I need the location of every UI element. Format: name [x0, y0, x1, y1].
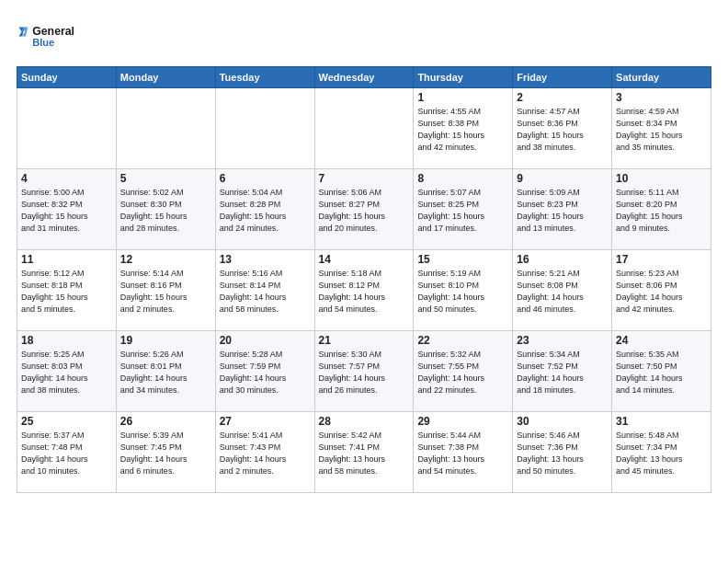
- day-info: Sunrise: 5:23 AMSunset: 8:06 PMDaylight:…: [616, 268, 707, 316]
- day-info: Sunrise: 5:26 AMSunset: 8:01 PMDaylight:…: [120, 349, 211, 396]
- day-cell: 24Sunrise: 5:35 AMSunset: 7:50 PMDayligh…: [612, 331, 711, 412]
- logo: General Blue: [17, 17, 90, 57]
- day-info: Sunrise: 5:07 AMSunset: 8:25 PMDaylight:…: [417, 187, 508, 235]
- page: General Blue SundayMondayTuesdayWednesda…: [0, 0, 728, 563]
- day-info: Sunrise: 5:18 AMSunset: 8:12 PMDaylight:…: [319, 268, 410, 316]
- day-cell: 21Sunrise: 5:30 AMSunset: 7:57 PMDayligh…: [314, 331, 414, 412]
- svg-text:Blue: Blue: [32, 37, 54, 48]
- day-number: 10: [616, 172, 707, 185]
- col-header-thursday: Thursday: [414, 67, 513, 88]
- day-info: Sunrise: 5:30 AMSunset: 7:57 PMDaylight:…: [319, 349, 410, 396]
- day-number: 24: [616, 334, 707, 347]
- day-cell: [314, 88, 414, 169]
- day-number: 22: [417, 334, 508, 347]
- day-number: 20: [220, 334, 311, 347]
- day-number: 25: [21, 415, 112, 428]
- day-number: 8: [417, 172, 508, 185]
- header: General Blue: [17, 17, 711, 57]
- week-row-4: 18Sunrise: 5:25 AMSunset: 8:03 PMDayligh…: [17, 331, 711, 412]
- day-info: Sunrise: 5:39 AMSunset: 7:45 PMDaylight:…: [120, 430, 211, 477]
- col-header-saturday: Saturday: [612, 67, 711, 88]
- day-info: Sunrise: 5:25 AMSunset: 8:03 PMDaylight:…: [21, 349, 112, 396]
- day-cell: 23Sunrise: 5:34 AMSunset: 7:52 PMDayligh…: [513, 331, 612, 412]
- day-cell: 12Sunrise: 5:14 AMSunset: 8:16 PMDayligh…: [116, 250, 215, 331]
- day-number: 26: [120, 415, 211, 428]
- day-info: Sunrise: 5:42 AMSunset: 7:41 PMDaylight:…: [319, 430, 410, 477]
- day-cell: 3Sunrise: 4:59 AMSunset: 8:34 PMDaylight…: [612, 88, 711, 169]
- day-cell: 4Sunrise: 5:00 AMSunset: 8:32 PMDaylight…: [17, 169, 117, 250]
- day-cell: 26Sunrise: 5:39 AMSunset: 7:45 PMDayligh…: [116, 412, 215, 493]
- day-cell: 30Sunrise: 5:46 AMSunset: 7:36 PMDayligh…: [513, 412, 612, 493]
- day-cell: 9Sunrise: 5:09 AMSunset: 8:23 PMDaylight…: [513, 169, 612, 250]
- day-info: Sunrise: 4:57 AMSunset: 8:36 PMDaylight:…: [517, 106, 608, 154]
- day-cell: 2Sunrise: 4:57 AMSunset: 8:36 PMDaylight…: [513, 88, 612, 169]
- day-number: 12: [120, 253, 211, 266]
- day-cell: 15Sunrise: 5:19 AMSunset: 8:10 PMDayligh…: [414, 250, 513, 331]
- day-info: Sunrise: 5:37 AMSunset: 7:48 PMDaylight:…: [21, 430, 112, 477]
- day-number: 14: [319, 253, 410, 266]
- day-info: Sunrise: 5:12 AMSunset: 8:18 PMDaylight:…: [21, 268, 112, 316]
- day-cell: 25Sunrise: 5:37 AMSunset: 7:48 PMDayligh…: [17, 412, 117, 493]
- day-cell: 6Sunrise: 5:04 AMSunset: 8:28 PMDaylight…: [215, 169, 314, 250]
- day-number: 19: [120, 334, 211, 347]
- day-cell: 13Sunrise: 5:16 AMSunset: 8:14 PMDayligh…: [215, 250, 314, 331]
- day-number: 21: [319, 334, 410, 347]
- day-cell: 8Sunrise: 5:07 AMSunset: 8:25 PMDaylight…: [414, 169, 513, 250]
- day-info: Sunrise: 5:21 AMSunset: 8:08 PMDaylight:…: [517, 268, 608, 316]
- day-number: 3: [616, 91, 707, 104]
- day-cell: [116, 88, 215, 169]
- week-row-1: 1Sunrise: 4:55 AMSunset: 8:38 PMDaylight…: [17, 88, 711, 169]
- day-number: 30: [517, 415, 608, 428]
- day-info: Sunrise: 5:46 AMSunset: 7:36 PMDaylight:…: [517, 430, 608, 477]
- day-number: 1: [417, 91, 508, 104]
- day-info: Sunrise: 5:41 AMSunset: 7:43 PMDaylight:…: [220, 430, 311, 477]
- day-cell: 11Sunrise: 5:12 AMSunset: 8:18 PMDayligh…: [17, 250, 117, 331]
- day-info: Sunrise: 5:48 AMSunset: 7:34 PMDaylight:…: [616, 430, 707, 477]
- day-cell: 14Sunrise: 5:18 AMSunset: 8:12 PMDayligh…: [314, 250, 414, 331]
- day-cell: 16Sunrise: 5:21 AMSunset: 8:08 PMDayligh…: [513, 250, 612, 331]
- day-cell: 10Sunrise: 5:11 AMSunset: 8:20 PMDayligh…: [612, 169, 711, 250]
- day-info: Sunrise: 5:44 AMSunset: 7:38 PMDaylight:…: [417, 430, 508, 477]
- day-number: 13: [220, 253, 311, 266]
- day-number: 9: [517, 172, 608, 185]
- day-info: Sunrise: 5:02 AMSunset: 8:30 PMDaylight:…: [120, 187, 211, 235]
- day-cell: 29Sunrise: 5:44 AMSunset: 7:38 PMDayligh…: [414, 412, 513, 493]
- day-number: 16: [517, 253, 608, 266]
- day-info: Sunrise: 4:55 AMSunset: 8:38 PMDaylight:…: [417, 106, 508, 154]
- day-number: 15: [417, 253, 508, 266]
- day-cell: 22Sunrise: 5:32 AMSunset: 7:55 PMDayligh…: [414, 331, 513, 412]
- day-number: 2: [517, 91, 608, 104]
- day-number: 6: [220, 172, 311, 185]
- day-info: Sunrise: 5:19 AMSunset: 8:10 PMDaylight:…: [417, 268, 508, 316]
- day-number: 29: [417, 415, 508, 428]
- day-cell: 1Sunrise: 4:55 AMSunset: 8:38 PMDaylight…: [414, 88, 513, 169]
- day-info: Sunrise: 5:06 AMSunset: 8:27 PMDaylight:…: [319, 187, 410, 235]
- day-cell: [215, 88, 314, 169]
- day-info: Sunrise: 4:59 AMSunset: 8:34 PMDaylight:…: [616, 106, 707, 154]
- day-info: Sunrise: 5:35 AMSunset: 7:50 PMDaylight:…: [616, 349, 707, 396]
- week-row-3: 11Sunrise: 5:12 AMSunset: 8:18 PMDayligh…: [17, 250, 711, 331]
- day-cell: 7Sunrise: 5:06 AMSunset: 8:27 PMDaylight…: [314, 169, 414, 250]
- day-info: Sunrise: 5:00 AMSunset: 8:32 PMDaylight:…: [21, 187, 112, 235]
- day-info: Sunrise: 5:16 AMSunset: 8:14 PMDaylight:…: [220, 268, 311, 316]
- day-info: Sunrise: 5:32 AMSunset: 7:55 PMDaylight:…: [417, 349, 508, 396]
- calendar-header-row: SundayMondayTuesdayWednesdayThursdayFrid…: [17, 67, 711, 88]
- day-cell: 20Sunrise: 5:28 AMSunset: 7:59 PMDayligh…: [215, 331, 314, 412]
- day-number: 11: [21, 253, 112, 266]
- day-number: 31: [616, 415, 707, 428]
- day-info: Sunrise: 5:11 AMSunset: 8:20 PMDaylight:…: [616, 187, 707, 235]
- col-header-tuesday: Tuesday: [215, 67, 314, 88]
- day-cell: 31Sunrise: 5:48 AMSunset: 7:34 PMDayligh…: [612, 412, 711, 493]
- day-cell: 18Sunrise: 5:25 AMSunset: 8:03 PMDayligh…: [17, 331, 117, 412]
- day-info: Sunrise: 5:34 AMSunset: 7:52 PMDaylight:…: [517, 349, 608, 396]
- day-info: Sunrise: 5:04 AMSunset: 8:28 PMDaylight:…: [220, 187, 311, 235]
- calendar-table: SundayMondayTuesdayWednesdayThursdayFrid…: [17, 66, 711, 493]
- day-info: Sunrise: 5:09 AMSunset: 8:23 PMDaylight:…: [517, 187, 608, 235]
- col-header-friday: Friday: [513, 67, 612, 88]
- day-number: 17: [616, 253, 707, 266]
- day-cell: 28Sunrise: 5:42 AMSunset: 7:41 PMDayligh…: [314, 412, 414, 493]
- col-header-sunday: Sunday: [17, 67, 117, 88]
- day-cell: 17Sunrise: 5:23 AMSunset: 8:06 PMDayligh…: [612, 250, 711, 331]
- day-cell: 19Sunrise: 5:26 AMSunset: 8:01 PMDayligh…: [116, 331, 215, 412]
- week-row-5: 25Sunrise: 5:37 AMSunset: 7:48 PMDayligh…: [17, 412, 711, 493]
